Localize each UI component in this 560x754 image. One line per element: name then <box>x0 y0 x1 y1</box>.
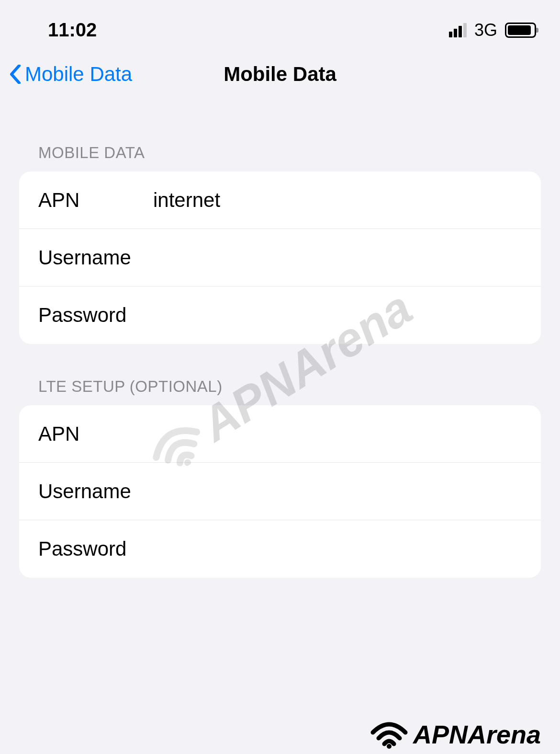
status-indicators: 3G <box>449 20 536 40</box>
lte-setup-card: APN Username Password <box>19 405 541 578</box>
chevron-left-icon <box>10 65 21 84</box>
lte-password-input[interactable] <box>153 537 522 560</box>
lte-username-row[interactable]: Username <box>19 463 541 520</box>
footer-logo: APNArena <box>370 720 541 749</box>
section-header-lte-setup: LTE SETUP (OPTIONAL) <box>0 344 560 405</box>
password-label: Password <box>38 304 153 327</box>
lte-apn-input[interactable] <box>153 423 522 446</box>
back-label: Mobile Data <box>25 63 132 86</box>
mobile-data-card: APN Username Password <box>19 171 541 344</box>
lte-apn-row[interactable]: APN <box>19 405 541 463</box>
password-row[interactable]: Password <box>19 286 541 344</box>
battery-icon <box>505 23 536 38</box>
lte-password-row[interactable]: Password <box>19 520 541 578</box>
apn-row[interactable]: APN <box>19 171 541 229</box>
navigation-bar: Mobile Data Mobile Data <box>0 53 560 101</box>
section-header-mobile-data: MOBILE DATA <box>0 101 560 171</box>
svg-point-1 <box>387 744 392 749</box>
lte-password-label: Password <box>38 537 153 560</box>
back-button[interactable]: Mobile Data <box>10 63 132 86</box>
signal-icon <box>449 23 467 37</box>
network-label: 3G <box>474 20 497 40</box>
lte-username-input[interactable] <box>153 480 522 503</box>
username-label: Username <box>38 246 153 269</box>
password-input[interactable] <box>153 304 522 327</box>
apn-input[interactable] <box>153 189 522 212</box>
status-time: 11:02 <box>48 19 97 41</box>
apn-label: APN <box>38 189 153 212</box>
status-bar: 11:02 3G <box>0 0 560 53</box>
page-title: Mobile Data <box>224 63 336 86</box>
lte-username-label: Username <box>38 480 153 503</box>
username-input[interactable] <box>153 246 522 269</box>
footer-wifi-icon <box>370 720 408 749</box>
username-row[interactable]: Username <box>19 229 541 286</box>
footer-text: APNArena <box>413 720 541 749</box>
lte-apn-label: APN <box>38 423 153 446</box>
